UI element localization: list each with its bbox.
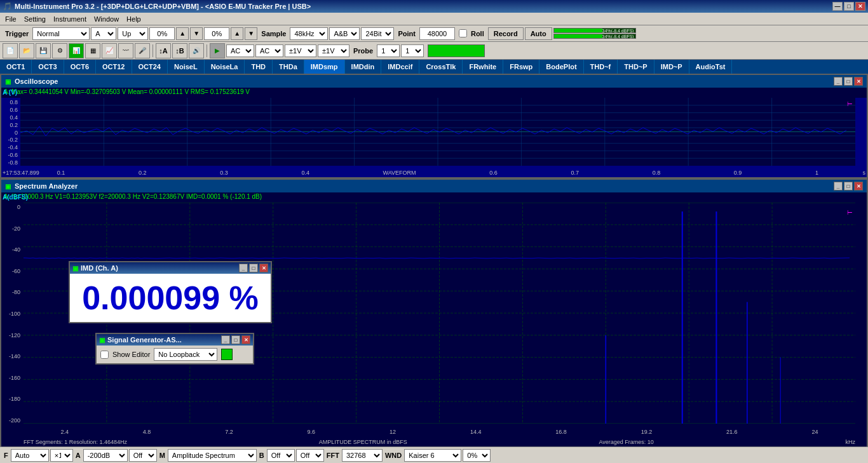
fft-select[interactable]: 32768 (342, 449, 383, 462)
f-select[interactable]: Auto (11, 449, 49, 462)
tab-frswp[interactable]: FRswp (503, 60, 539, 74)
point-input[interactable] (419, 27, 455, 40)
roll-checkbox[interactable] (459, 29, 467, 37)
spec-maximize[interactable]: □ (844, 182, 853, 191)
spec-close[interactable]: ✕ (854, 182, 863, 191)
open-icon[interactable]: 📂 (19, 43, 34, 58)
osc-minimize[interactable]: _ (834, 77, 843, 86)
off1-select[interactable]: Off (129, 449, 157, 462)
pct1-up[interactable]: ▲ (176, 27, 189, 40)
bars-icon[interactable]: ▦ (85, 43, 100, 58)
b-select[interactable]: Off (267, 449, 295, 462)
ac-dc-select-1[interactable]: AC (226, 44, 254, 57)
maximize-button[interactable]: □ (844, 2, 854, 11)
a-select[interactable]: -200dB (83, 449, 128, 462)
tab-oct12[interactable]: OCT12 (96, 60, 132, 74)
tab-oct24[interactable]: OCT24 (132, 60, 168, 74)
tab-oct1[interactable]: OCT1 (0, 60, 32, 74)
imd-close[interactable]: ✕ (259, 264, 268, 272)
osc-maximize[interactable]: □ (844, 77, 853, 86)
pct2-input[interactable] (204, 27, 229, 40)
tab-crosstlk[interactable]: CrossTlk (419, 60, 463, 74)
imd-minimize[interactable]: _ (239, 264, 248, 272)
menu-help[interactable]: Help (123, 14, 145, 24)
menu-window[interactable]: Window (90, 14, 123, 24)
osc-y-n08: -0.8 (8, 159, 18, 166)
tab-imddin[interactable]: IMDdin (345, 60, 382, 74)
mic-icon[interactable]: 🎤 (135, 43, 150, 58)
config-icon[interactable]: ⚙ (52, 43, 67, 58)
tab-imdp[interactable]: IMD~P (654, 60, 689, 74)
tab-thdp[interactable]: THD~P (618, 60, 654, 74)
f-label: F (3, 452, 10, 459)
rate-select[interactable]: 48kHz (290, 27, 328, 40)
record-button[interactable]: Record (488, 27, 524, 40)
mode-select[interactable]: Normal Auto Single (32, 27, 90, 40)
save-icon[interactable]: 💾 (36, 43, 51, 58)
spec-x-216: 21.6 (726, 429, 738, 435)
play-icon[interactable]: ▶ (210, 43, 225, 58)
bit-select[interactable]: 24Bit (361, 27, 394, 40)
wave-icon[interactable]: 〰 (118, 43, 133, 58)
show-editor-checkbox[interactable] (100, 351, 109, 359)
probe-select-2[interactable]: 1 (401, 44, 424, 57)
tab-frwhite[interactable]: FRwhite (463, 60, 503, 74)
menu-file[interactable]: File (1, 14, 20, 24)
oscope-icon[interactable]: 📊 (69, 43, 84, 58)
osc-controls: _ □ ✕ (834, 77, 863, 86)
new-icon[interactable]: 📄 (3, 43, 18, 58)
tab-imdccif[interactable]: IMDccif (381, 60, 419, 74)
close-button[interactable]: ✕ (855, 2, 865, 11)
tab-imdsmp[interactable]: IMDsmp (304, 60, 345, 74)
range-select-1[interactable]: ±1V (285, 44, 316, 57)
spec-minimize[interactable]: _ (834, 182, 843, 191)
wnd-select[interactable]: Kaiser 6 (404, 449, 461, 462)
siggen-maximize[interactable]: □ (231, 335, 240, 344)
siggen-close[interactable]: ✕ (241, 335, 250, 344)
tab-oct6[interactable]: OCT6 (64, 60, 96, 74)
channel-select[interactable]: AB (91, 27, 116, 40)
tab-thdf[interactable]: THD~f (584, 60, 618, 74)
pct1-down[interactable]: ▼ (190, 27, 203, 40)
tab-audiotst[interactable]: AudioTst (689, 60, 733, 74)
osc-waveform-label: WAVEFORM (383, 170, 416, 176)
menu-setting[interactable]: Setting (20, 14, 50, 24)
loopback-select[interactable]: No Loopback (154, 348, 217, 361)
siggen-minimize[interactable]: _ (221, 335, 230, 344)
auto-button[interactable]: Auto (525, 27, 552, 40)
ab-select[interactable]: A&B (329, 27, 360, 40)
tab-noisel[interactable]: NoiseL (168, 60, 205, 74)
tab-bodeplot[interactable]: BodePlot (539, 60, 583, 74)
pct2-down[interactable]: ▼ (245, 27, 257, 40)
spec-info: A: f1=19000.3 Hz V1=0.123953V f2=20000.3… (4, 193, 262, 200)
ac-dc-select-2[interactable]: AC (255, 44, 283, 57)
osc-marker: ⊢ (847, 100, 853, 107)
mult-select[interactable]: ×1 (50, 449, 73, 462)
menu-instrument[interactable]: Instrument (50, 14, 90, 24)
spec-axis-label: A(dBFS) (3, 194, 28, 201)
speaker-icon[interactable]: 🔊 (189, 43, 204, 58)
minimize-button[interactable]: — (832, 2, 843, 11)
imd-maximize[interactable]: □ (249, 264, 258, 272)
osc-close[interactable]: ✕ (854, 77, 863, 86)
tab-thda[interactable]: THDa (273, 60, 304, 74)
ch-b-icon[interactable]: ↕B (172, 43, 187, 58)
ch-a-icon[interactable]: ↕A (156, 43, 171, 58)
title-text: Multi-Instrument Pro 3.2 - [+3DP+DLG+LCR… (15, 3, 311, 10)
m-select[interactable]: Amplitude Spectrum (168, 449, 257, 462)
freq-icon[interactable]: 📈 (102, 43, 117, 58)
show-editor-label: Show Editor (112, 351, 150, 358)
off2-select[interactable]: Off (296, 449, 324, 462)
range-select-2[interactable]: ±1V (318, 44, 349, 57)
direction-select[interactable]: UpDown (118, 27, 148, 40)
tab-oct3[interactable]: OCT3 (32, 60, 64, 74)
pct-select[interactable]: 0% (463, 449, 491, 462)
pct2-up[interactable]: ▲ (231, 27, 243, 40)
siggen-header: ▣ Signal Generator-AS... _ □ ✕ (97, 334, 253, 346)
tab-thd[interactable]: THD (245, 60, 273, 74)
probe-select-1[interactable]: 1 (377, 44, 400, 57)
osc-axis-label: A (V) (3, 89, 17, 96)
tab-noisela[interactable]: NoiseLa (205, 60, 245, 74)
pct1-input[interactable] (149, 27, 175, 40)
spec-x-96: 9.6 (308, 429, 316, 435)
